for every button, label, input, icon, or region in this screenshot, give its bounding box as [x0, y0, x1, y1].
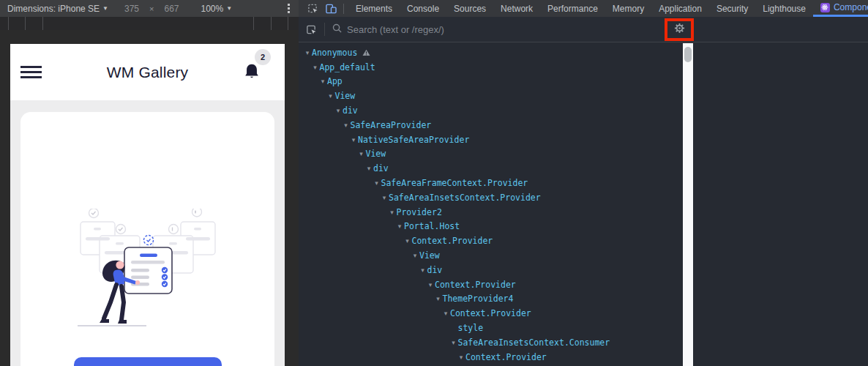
content-card	[20, 112, 274, 366]
tab-label: Sources	[454, 4, 486, 14]
tree-node-context-provider[interactable]: ▾Context.Provider	[299, 277, 683, 292]
tree-node-context-provider[interactable]: ▾Context.Provider	[299, 306, 683, 321]
component-name: App_default	[320, 62, 375, 72]
tree-node-safeareaframecontext-provider[interactable]: ▾SafeAreaFrameContext.Provider	[299, 176, 683, 190]
tree-node-view[interactable]: ▾View	[299, 89, 683, 103]
component-name: div	[427, 265, 443, 275]
tree-node-provider2[interactable]: ▾Provider2	[299, 205, 683, 220]
expander-arrow-icon[interactable]: ▾	[441, 310, 450, 317]
inspect-element-icon[interactable]	[307, 3, 318, 15]
tree-node-safeareainsetscontext-provider[interactable]: ▾SafeAreaInsetsContext.Provider	[299, 190, 683, 205]
hamburger-menu-icon[interactable]	[20, 66, 42, 82]
expander-arrow-icon[interactable]: ▾	[403, 237, 412, 244]
component-name: Context.Provider	[465, 352, 547, 362]
component-name: Context.Provider	[412, 236, 493, 246]
tab-label: Network	[501, 4, 533, 14]
component-name: Context.Provider	[435, 280, 516, 290]
tree-node-context-provider[interactable]: ▾Context.Provider	[299, 234, 683, 248]
expander-arrow-icon[interactable]: ▾	[388, 209, 397, 216]
tab-memory[interactable]: Memory	[605, 0, 651, 17]
expander-arrow-icon[interactable]: ▾	[342, 122, 351, 129]
device-emulation-pane: Dimensions: iPhone SE ▼ 375 × 667 100% ▼…	[0, 0, 299, 366]
tree-node-style[interactable]: style	[299, 321, 683, 335]
tree-node-view[interactable]: ▾View	[299, 248, 683, 263]
expander-arrow-icon[interactable]: ▾	[303, 49, 312, 56]
components-search-input[interactable]	[347, 24, 625, 35]
device-height-field[interactable]: 667	[164, 4, 179, 14]
tab-components[interactable]: Components	[813, 0, 868, 17]
tree-scrollbar[interactable]	[683, 43, 693, 366]
expander-arrow-icon[interactable]: ▾	[349, 136, 358, 143]
tab-network[interactable]: Network	[493, 0, 540, 17]
devtools-pane: ElementsConsoleSourcesNetworkPerformance…	[299, 0, 868, 366]
tree-node-div[interactable]: ▾div	[299, 161, 683, 176]
expander-arrow-icon[interactable]: ▾	[357, 150, 366, 157]
expander-arrow-icon[interactable]: ▾	[457, 354, 465, 361]
tree-node-app-default[interactable]: ▾App_default	[299, 60, 683, 75]
tree-node-themeprovider4[interactable]: ▾ThemeProvider4	[299, 292, 683, 307]
component-name: Anonymous	[312, 48, 357, 58]
tree-node-div[interactable]: ▾div	[299, 263, 683, 277]
tree-node-div[interactable]: ▾div	[299, 103, 683, 118]
component-name: View	[366, 149, 386, 159]
expander-arrow-icon[interactable]: ▾	[364, 165, 373, 172]
tree-node-context-provider[interactable]: ▾Context.Provider	[299, 350, 683, 365]
tab-performance[interactable]: Performance	[540, 0, 605, 17]
tab-label: Console	[407, 4, 439, 14]
tab-elements[interactable]: Elements	[348, 0, 400, 17]
search-divider	[324, 23, 325, 36]
select-component-icon[interactable]	[306, 24, 317, 35]
component-name: View	[335, 91, 356, 101]
device-ruler	[0, 17, 299, 30]
component-name: Provider2	[397, 207, 442, 217]
expander-arrow-icon[interactable]: ▾	[373, 179, 381, 187]
tree-node-anonymous[interactable]: ▾Anonymous	[299, 45, 683, 60]
scrollbar-thumb[interactable]	[684, 47, 692, 62]
expander-arrow-icon[interactable]: ▾	[326, 92, 335, 100]
settings-highlight-box	[665, 18, 694, 41]
device-toolbar-menu-icon[interactable]	[288, 4, 290, 13]
tab-application[interactable]: Application	[651, 0, 709, 17]
expander-arrow-icon[interactable]: ▾	[434, 295, 443, 302]
primary-cta-button[interactable]	[74, 357, 222, 366]
expander-arrow-icon[interactable]: ▾	[318, 78, 327, 85]
tree-node-view[interactable]: ▾View	[299, 147, 683, 162]
component-name: div	[373, 163, 389, 173]
expander-arrow-icon[interactable]: ▾	[395, 223, 404, 230]
warning-icon	[362, 49, 370, 56]
expander-arrow-icon[interactable]: ▾	[311, 64, 320, 71]
bell-icon[interactable]	[242, 61, 261, 83]
expander-arrow-icon[interactable]: ▾	[334, 107, 343, 114]
tab-label: Lighthouse	[763, 4, 806, 14]
device-type-select[interactable]: Dimensions: iPhone SE	[7, 4, 100, 14]
tree-node-safeareaprovider[interactable]: ▾SafeAreaProvider	[299, 118, 683, 132]
component-name: div	[343, 105, 358, 116]
device-width-field[interactable]: 375	[124, 4, 139, 14]
tab-security[interactable]: Security	[709, 0, 755, 17]
tree-node-nativesafeareaprovider[interactable]: ▾NativeSafeAreaProvider	[299, 132, 683, 147]
device-toolbar: Dimensions: iPhone SE ▼ 375 × 667 100% ▼	[0, 0, 299, 17]
expander-arrow-icon[interactable]: ▾	[419, 266, 427, 274]
dimension-separator: ×	[149, 4, 154, 13]
tab-label: Components	[834, 2, 868, 12]
tab-label: Memory	[613, 4, 644, 14]
device-toolbar-toggle-icon[interactable]	[325, 3, 337, 15]
components-search-bar	[299, 17, 868, 42]
tab-label: Security	[717, 4, 748, 14]
component-tree: ▾Anonymous▾App_default▾App▾View▾div▾Safe…	[299, 43, 683, 366]
notification-badge: 2	[255, 49, 271, 65]
expander-arrow-icon[interactable]: ▾	[411, 252, 419, 259]
tree-node-safeareainsetscontext-consumer[interactable]: ▾SafeAreaInsetsContext.Consumer	[299, 335, 683, 350]
tab-sources[interactable]: Sources	[446, 0, 493, 17]
expander-arrow-icon[interactable]: ▾	[426, 281, 435, 288]
expander-arrow-icon[interactable]: ▾	[380, 194, 389, 201]
tab-lighthouse[interactable]: Lighthouse	[755, 0, 813, 17]
device-zoom-select[interactable]: 100%	[201, 4, 224, 14]
tree-node-app[interactable]: ▾App	[299, 75, 683, 89]
app-header: WM Gallery 2	[10, 44, 285, 100]
tab-console[interactable]: Console	[400, 0, 446, 17]
gear-icon[interactable]	[674, 23, 685, 37]
devtools-tabbar: ElementsConsoleSourcesNetworkPerformance…	[299, 0, 868, 17]
tree-node-portal-host[interactable]: ▾Portal.Host	[299, 220, 683, 234]
expander-arrow-icon[interactable]: ▾	[449, 339, 458, 346]
